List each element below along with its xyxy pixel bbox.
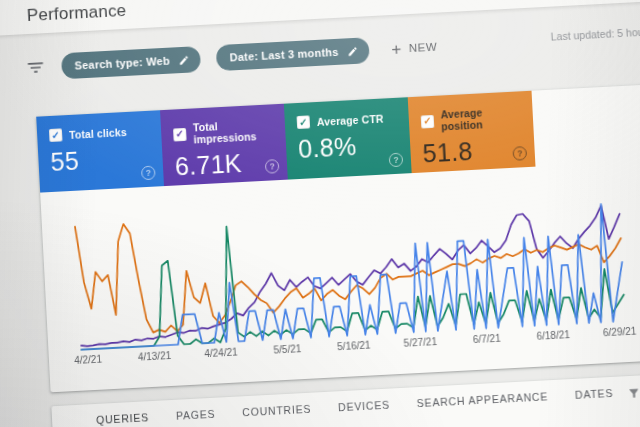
plus-icon: + <box>391 40 402 58</box>
chart-line-position <box>75 198 625 336</box>
x-axis-label: 4/24/21 <box>204 346 238 359</box>
metric-card-total-impressions[interactable]: ✓ Total impressions 6.71K ? <box>160 104 288 186</box>
help-icon[interactable]: ? <box>141 166 156 181</box>
tab-pages[interactable]: PAGES <box>176 408 217 427</box>
metric-value: 6.71K <box>174 147 277 181</box>
metric-label: Total clicks <box>69 125 127 140</box>
screenshot-frame: Performance Search type: Web Date: Last … <box>0 0 640 427</box>
x-axis-label: 4/13/21 <box>138 350 172 363</box>
x-axis-label: 6/18/21 <box>536 329 570 342</box>
metric-card-average-ctr[interactable]: ✓ Average CTR 0.8% ? <box>284 97 412 179</box>
tab-countries[interactable]: COUNTRIES <box>242 403 312 427</box>
tab-dates[interactable]: DATES <box>575 387 614 412</box>
metric-label: Average position <box>440 104 523 132</box>
edit-icon <box>347 45 359 57</box>
x-axis-label: 6/29/21 <box>603 326 637 339</box>
chart-line-clicks <box>75 203 625 350</box>
metric-value: 51.8 <box>422 134 525 168</box>
new-filter-label: NEW <box>408 41 437 54</box>
filter-bar: Search type: Web Date: Last 3 months + N… <box>25 34 438 82</box>
x-axis-label: 5/16/21 <box>337 340 371 353</box>
edit-icon <box>178 54 190 66</box>
table-filter-icon[interactable] <box>627 385 640 404</box>
search-type-chip-label: Search type: Web <box>74 55 170 72</box>
checkbox-checked-icon[interactable]: ✓ <box>49 128 63 142</box>
search-type-chip[interactable]: Search type: Web <box>61 46 201 79</box>
page-title: Performance <box>26 1 126 26</box>
date-range-chip-label: Date: Last 3 months <box>229 46 338 64</box>
metric-card-total-clicks[interactable]: ✓ Total clicks 55 ? <box>36 110 164 192</box>
metric-value: 55 <box>50 143 153 177</box>
x-axis-label: 6/7/21 <box>473 333 501 345</box>
x-axis-label: 5/5/21 <box>273 343 301 355</box>
search-console-app: Performance Search type: Web Date: Last … <box>0 0 640 427</box>
x-axis-label: 4/2/21 <box>74 354 102 366</box>
metric-value: 0.8% <box>298 130 401 164</box>
app-header: Performance <box>0 0 640 37</box>
x-axis-label: 5/27/21 <box>403 336 437 349</box>
metric-label: Average CTR <box>317 112 384 127</box>
tab-queries[interactable]: QUERIES <box>96 411 150 427</box>
last-updated-text: Last updated: 5 hour <box>550 26 640 43</box>
tab-search-appearance[interactable]: SEARCH APPEARANCE <box>416 390 548 420</box>
performance-chart-card: ✓ Total clicks 55 ? ✓ Total impressions … <box>36 80 640 393</box>
metric-card-average-position[interactable]: ✓ Average position 51.8 ? <box>408 91 536 173</box>
date-range-chip[interactable]: Date: Last 3 months <box>216 37 370 71</box>
metric-label: Total impressions <box>193 117 276 145</box>
tab-devices[interactable]: DEVICES <box>338 399 391 425</box>
checkbox-checked-icon[interactable]: ✓ <box>173 127 187 141</box>
new-filter-button[interactable]: + NEW <box>391 38 438 57</box>
checkbox-checked-icon[interactable]: ✓ <box>297 115 311 129</box>
checkbox-checked-icon[interactable]: ✓ <box>421 114 435 128</box>
filter-list-icon[interactable] <box>25 57 46 78</box>
help-icon[interactable]: ? <box>389 153 404 168</box>
